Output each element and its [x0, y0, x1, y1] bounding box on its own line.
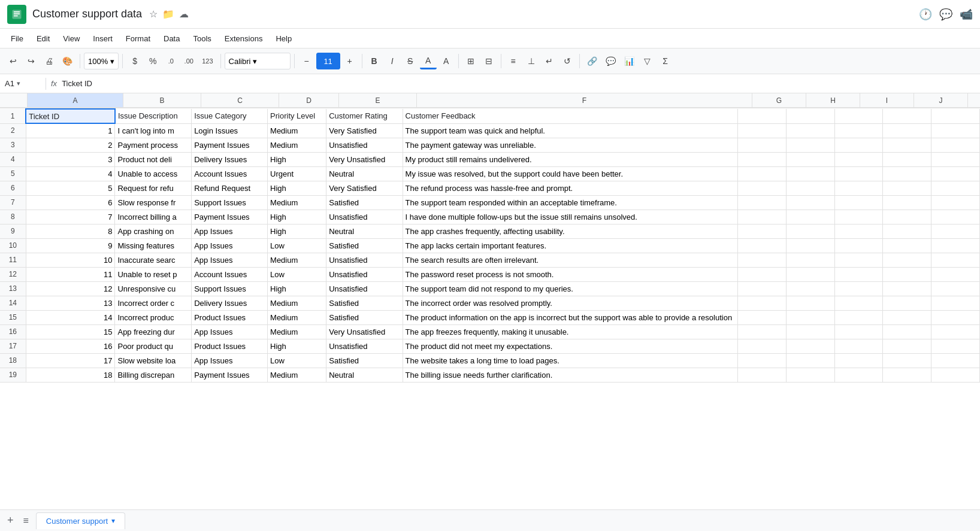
cell-r6-c9[interactable] — [834, 181, 883, 195]
cell-r4-c10[interactable] — [883, 152, 931, 166]
cell-r3-c3[interactable]: Payment Issues — [192, 138, 268, 152]
dec-increase-button[interactable]: .00 — [180, 53, 197, 69]
cell-r11-c7[interactable] — [737, 253, 786, 267]
col-header-g[interactable]: G — [752, 93, 806, 108]
cell-r3-c5[interactable]: Unsatisfied — [326, 138, 403, 152]
cell-r2-c8[interactable] — [786, 123, 834, 138]
cell-r17-c5[interactable]: Unsatisfied — [326, 339, 403, 353]
cell-r5-c4[interactable]: Urgent — [268, 166, 326, 181]
cell-r6-c1[interactable]: 5 — [26, 181, 115, 195]
cell-r1-c9[interactable] — [834, 109, 883, 123]
cell-r18-c5[interactable]: Satisfied — [326, 353, 403, 368]
cell-r6-c7[interactable] — [737, 181, 786, 195]
cell-r17-c6[interactable]: The product did not meet my expectations… — [403, 339, 737, 353]
cell-r16-c3[interactable]: App Issues — [192, 324, 268, 339]
cell-r1-c10[interactable] — [883, 109, 931, 123]
star-icon[interactable]: ☆ — [149, 8, 158, 20]
cell-r9-c9[interactable] — [834, 224, 883, 238]
cell-r15-c2[interactable]: Incorrect produc — [115, 310, 192, 324]
cell-r18-c3[interactable]: App Issues — [192, 353, 268, 368]
history-icon[interactable]: 🕐 — [919, 8, 932, 21]
cell-r4-c8[interactable] — [786, 152, 834, 166]
cell-r18-c8[interactable] — [786, 353, 834, 368]
cell-r9-c11[interactable] — [931, 224, 980, 238]
menu-help[interactable]: Help — [270, 32, 298, 45]
comment-icon[interactable]: 💬 — [939, 8, 952, 21]
cell-r16-c11[interactable] — [931, 324, 980, 339]
cell-r12-c2[interactable]: Unable to reset p — [115, 267, 192, 281]
fill-color-button[interactable]: A — [438, 53, 455, 69]
cell-r7-c5[interactable]: Satisfied — [326, 195, 403, 210]
sheet-scroll[interactable]: 1Ticket IDIssue DescriptionIssue Categor… — [0, 108, 980, 509]
rotate-button[interactable]: ↺ — [559, 53, 576, 69]
cell-r10-c3[interactable]: App Issues — [192, 238, 268, 253]
cell-r5-c6[interactable]: My issue was resolved, but the support c… — [403, 166, 737, 181]
format-123-button[interactable]: 123 — [198, 53, 216, 69]
cell-r14-c7[interactable] — [737, 296, 786, 310]
cell-r11-c9[interactable] — [834, 253, 883, 267]
cell-r10-c4[interactable]: Low — [268, 238, 326, 253]
cell-r4-c6[interactable]: My product still remains undelivered. — [403, 152, 737, 166]
cell-r10-c8[interactable] — [786, 238, 834, 253]
cell-r14-c2[interactable]: Incorrect order c — [115, 296, 192, 310]
align-h-button[interactable]: ≡ — [505, 53, 522, 69]
zoom-selector[interactable]: 100% ▾ — [84, 53, 119, 69]
cell-r6-c3[interactable]: Refund Request — [192, 181, 268, 195]
cell-r19-c5[interactable]: Neutral — [326, 368, 403, 382]
folder-icon[interactable]: 📁 — [162, 8, 174, 20]
cell-r15-c9[interactable] — [834, 310, 883, 324]
menu-data[interactable]: Data — [158, 32, 186, 45]
cell-r10-c2[interactable]: Missing features — [115, 238, 192, 253]
font-selector[interactable]: Calibri ▾ — [225, 53, 291, 69]
cell-r14-c3[interactable]: Delivery Issues — [192, 296, 268, 310]
cell-r8-c10[interactable] — [883, 210, 931, 224]
col-header-f[interactable]: F — [417, 93, 752, 108]
cell-r17-c7[interactable] — [737, 339, 786, 353]
cell-r17-c1[interactable]: 16 — [26, 339, 115, 353]
cell-r6-c10[interactable] — [883, 181, 931, 195]
cell-r10-c9[interactable] — [834, 238, 883, 253]
cell-r2-c3[interactable]: Login Issues — [192, 123, 268, 138]
cell-r4-c5[interactable]: Very Unsatisfied — [326, 152, 403, 166]
sheet-tab-customer-support[interactable]: Customer support ▾ — [36, 512, 125, 529]
cell-r9-c8[interactable] — [786, 224, 834, 238]
cell-r8-c2[interactable]: Incorrect billing a — [115, 210, 192, 224]
cell-r2-c10[interactable] — [883, 123, 931, 138]
cell-r18-c10[interactable] — [883, 353, 931, 368]
cell-r5-c11[interactable] — [931, 166, 980, 181]
col-header-b[interactable]: B — [123, 93, 201, 108]
cell-r3-c9[interactable] — [834, 138, 883, 152]
cell-r7-c2[interactable]: Slow response fr — [115, 195, 192, 210]
cell-r10-c10[interactable] — [883, 238, 931, 253]
cell-r8-c1[interactable]: 7 — [26, 210, 115, 224]
cell-r6-c8[interactable] — [786, 181, 834, 195]
cell-r13-c2[interactable]: Unresponsive cu — [115, 281, 192, 296]
cell-r1-c4[interactable]: Priority Level — [268, 109, 326, 123]
cell-r14-c10[interactable] — [883, 296, 931, 310]
cell-r3-c7[interactable] — [737, 138, 786, 152]
cell-r15-c11[interactable] — [931, 310, 980, 324]
cell-r19-c10[interactable] — [883, 368, 931, 382]
cell-r3-c4[interactable]: Medium — [268, 138, 326, 152]
cell-r12-c3[interactable]: Account Issues — [192, 267, 268, 281]
cell-r17-c2[interactable]: Poor product qu — [115, 339, 192, 353]
cell-r12-c10[interactable] — [883, 267, 931, 281]
percent-button[interactable]: % — [144, 53, 161, 69]
cell-r10-c5[interactable]: Satisfied — [326, 238, 403, 253]
video-icon[interactable]: 📹 — [960, 8, 973, 21]
wrap-button[interactable]: ↵ — [541, 53, 558, 69]
font-size-plus-button[interactable]: + — [341, 53, 358, 69]
cell-r10-c7[interactable] — [737, 238, 786, 253]
cell-r7-c1[interactable]: 6 — [26, 195, 115, 210]
cell-r17-c3[interactable]: Product Issues — [192, 339, 268, 353]
menu-tools[interactable]: Tools — [187, 32, 217, 45]
cell-r12-c11[interactable] — [931, 267, 980, 281]
comment-add-button[interactable]: 💬 — [602, 53, 619, 69]
dec-decrease-button[interactable]: .0 — [162, 53, 179, 69]
cell-r13-c8[interactable] — [786, 281, 834, 296]
cell-r12-c1[interactable]: 11 — [26, 267, 115, 281]
cell-r6-c4[interactable]: High — [268, 181, 326, 195]
menu-format[interactable]: Format — [120, 32, 156, 45]
cell-r16-c4[interactable]: Medium — [268, 324, 326, 339]
cell-r16-c2[interactable]: App freezing dur — [115, 324, 192, 339]
